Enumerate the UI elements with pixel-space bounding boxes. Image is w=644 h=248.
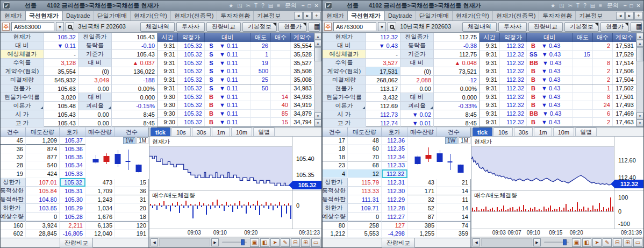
- book-quote-cell[interactable]: 112.35: [382, 145, 407, 153]
- tab-30s[interactable]: 30s: [192, 127, 211, 136]
- tab-kr-futures-current[interactable]: 국선현재가: [347, 11, 384, 20]
- tab-daytrade[interactable]: Daytrade: [384, 11, 416, 20]
- book-quote-cell[interactable]: 105.29: [60, 204, 85, 212]
- tab-current-summary[interactable]: 현재가(요약): [130, 11, 170, 20]
- book-quote-cell[interactable]: 105.34: [60, 161, 85, 169]
- tab-current-all[interactable]: 현재가(전종목): [170, 11, 217, 20]
- tab-current-summary[interactable]: 현재가(요약): [452, 11, 492, 20]
- tab-10m[interactable]: 10m: [231, 127, 252, 136]
- restore-button[interactable]: □: [308, 3, 311, 9]
- book-quote-cell[interactable]: 127: [382, 221, 407, 229]
- tab-add-button[interactable]: +: [634, 12, 643, 20]
- grid-view-button[interactable]: ▦: [631, 22, 642, 32]
- book-quote-cell[interactable]: 105.36: [60, 145, 85, 153]
- zoom-reset-icon[interactable]: ▭: [633, 238, 642, 247]
- scroll-up-icon[interactable]: ▲: [314, 40, 321, 47]
- tab-current-price[interactable]: 현재가: [1, 11, 25, 20]
- scroll-top-icon[interactable]: ▲: [636, 33, 643, 40]
- chat-icon[interactable]: ◧: [260, 238, 269, 247]
- favorite-star-icon[interactable]: ★: [550, 3, 555, 9]
- basic-info-button[interactable]: 기본정보: [564, 22, 599, 32]
- tab-tick[interactable]: tick: [151, 127, 170, 136]
- close-button[interactable]: ✕: [636, 3, 641, 9]
- depth-compare-footer-button[interactable]: 잔량비교: [382, 238, 415, 248]
- scroll-thumb[interactable]: [314, 47, 321, 61]
- tab-investor-status[interactable]: 투자자현황: [539, 11, 575, 20]
- zoom-out-icon[interactable]: ⊟: [291, 238, 300, 247]
- chart-scroll-track[interactable]: [481, 238, 532, 246]
- print-icon[interactable]: ▤: [590, 3, 595, 9]
- book-quote-cell[interactable]: 2,211: [60, 221, 85, 229]
- symbol-search-button[interactable]: [388, 22, 396, 31]
- chart-zoom-slider[interactable]: [544, 242, 569, 243]
- tab-10m[interactable]: 10m: [553, 127, 574, 136]
- chart-zoom-slider[interactable]: [222, 242, 247, 243]
- book-quote-cell[interactable]: 105.37: [60, 137, 85, 145]
- book-quote-cell[interactable]: 112.30: [382, 187, 407, 195]
- font-icon[interactable]: T: [254, 3, 257, 9]
- depth-compare-button[interactable]: 잔량비교: [206, 22, 241, 32]
- spot-price-button[interactable]: 현물가: [278, 22, 307, 32]
- help-icon[interactable]: ?: [583, 3, 586, 9]
- tab-current-price[interactable]: 현재가: [323, 11, 347, 20]
- book-quote-cell[interactable]: 105.33: [60, 170, 85, 178]
- symbol-search-button[interactable]: [66, 22, 74, 31]
- slider-knob[interactable]: [563, 239, 567, 245]
- tab-daily[interactable]: 일별: [575, 127, 597, 136]
- tab-1m[interactable]: 1m: [212, 127, 230, 136]
- spot-price-button[interactable]: 현물가: [600, 22, 629, 32]
- book-quote-cell[interactable]: 112.36: [382, 137, 407, 145]
- tab-daily[interactable]: 일별: [253, 127, 275, 136]
- book-quote-cell[interactable]: 112.29: [382, 195, 407, 204]
- tab-10s[interactable]: 10s: [171, 127, 191, 136]
- tab-30s[interactable]: 30s: [514, 127, 533, 136]
- chart-scroll-left-icon[interactable]: ◀: [473, 238, 480, 246]
- favorite-star-icon[interactable]: ★: [228, 3, 233, 9]
- chart-scroll-left-icon[interactable]: ◀: [151, 238, 158, 246]
- book-quote-cell[interactable]: 105.35: [60, 153, 85, 161]
- tab-kr-futures-current[interactable]: 국선현재가: [25, 11, 62, 20]
- trades-scrollbar[interactable]: ▲ ▲ ▼ ▼: [636, 33, 643, 126]
- book-quote-cell[interactable]: 105.30: [60, 195, 85, 204]
- tab-10s[interactable]: 10s: [493, 127, 513, 136]
- period-1w-button[interactable]: 1W: [123, 137, 135, 144]
- scroll-top-icon[interactable]: ▲: [314, 33, 321, 40]
- chart-scroll-right-icon[interactable]: ▶: [533, 238, 541, 246]
- inquiry-button[interactable]: 문의: [607, 2, 619, 10]
- chart-scroll-right-icon[interactable]: ▶: [211, 238, 219, 246]
- inquiry-button[interactable]: 문의: [285, 2, 297, 10]
- book-quote-cell[interactable]: 112.31: [382, 178, 407, 187]
- tab-single-price[interactable]: 단일가매매: [94, 11, 130, 20]
- depth-compare-footer-button[interactable]: 잔량비교: [60, 238, 93, 248]
- cursor-icon[interactable]: ➤: [270, 238, 280, 247]
- symbol-code-input[interactable]: A6763000: [333, 22, 376, 31]
- close-button[interactable]: ✕: [314, 3, 319, 9]
- capture-icon[interactable]: ▣: [572, 238, 581, 247]
- basic-info-button[interactable]: 기본정보: [242, 22, 277, 32]
- menu-list-icon[interactable]: ≡: [277, 3, 280, 9]
- period-1w-button[interactable]: 1W: [445, 137, 457, 144]
- tab-single-price[interactable]: 단일가매매: [416, 11, 452, 20]
- investor-button[interactable]: 투자자: [498, 22, 527, 32]
- book-quote-cell[interactable]: 105.32: [60, 178, 85, 187]
- zoom-in-icon[interactable]: ⊞: [623, 238, 632, 247]
- scroll-bottom-icon[interactable]: ▼: [636, 119, 643, 126]
- scroll-bottom-icon[interactable]: ▼: [314, 119, 321, 126]
- tab-add-button[interactable]: +: [312, 12, 321, 20]
- popout-icon[interactable]: ◳: [237, 3, 242, 9]
- chat-icon[interactable]: ◧: [582, 238, 591, 247]
- tab-next-button[interactable]: ▸: [625, 12, 634, 20]
- tab-prev-button[interactable]: ◂: [294, 12, 303, 20]
- print-icon[interactable]: ▤: [268, 3, 273, 9]
- symbol-dropdown-button[interactable]: ▾: [378, 22, 387, 31]
- tab-prev-button[interactable]: ◂: [616, 12, 625, 20]
- chart-scroll-track[interactable]: [159, 238, 210, 246]
- zoom-reset-icon[interactable]: ▭: [311, 238, 320, 247]
- tab-next-button[interactable]: ▸: [303, 12, 312, 20]
- titlebar[interactable]: ✔ 선물 4102 금리선물>국채선물>국채선물 현재가 ★ ◳ ✂ T ? ▤…: [323, 1, 643, 11]
- capture-icon[interactable]: ▣: [250, 238, 259, 247]
- tab-basic-info[interactable]: 기본정보: [575, 11, 606, 20]
- scroll-up-icon[interactable]: ▲: [636, 40, 643, 47]
- minimize-button[interactable]: –: [624, 3, 627, 9]
- tab-daytrade[interactable]: Daytrade: [62, 11, 94, 20]
